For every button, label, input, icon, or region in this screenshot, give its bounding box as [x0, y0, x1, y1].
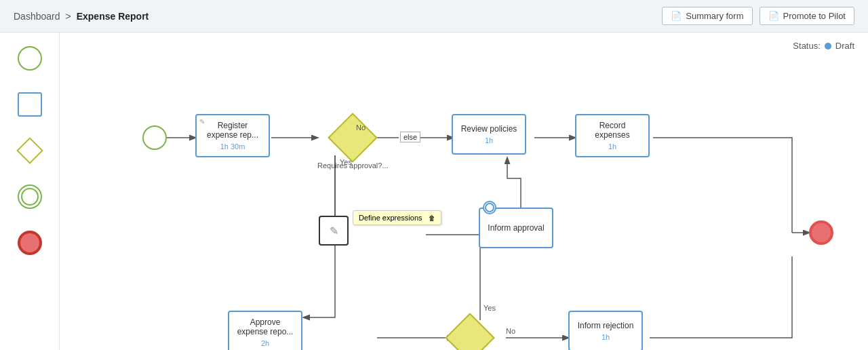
approve-expense-task[interactable]: Approve expense repo... 2h [228, 311, 302, 350]
define-expressions-tooltip: Define expressions 🗑 [353, 210, 441, 225]
inform-rejection-task[interactable]: Inform rejection 1h [568, 311, 643, 350]
main-area: Status: Draft [0, 33, 868, 350]
inform-approval-task[interactable]: Inform approval [479, 208, 553, 248]
register-expense-task[interactable]: ✎ Register expense rep... 1h 30m [195, 114, 270, 157]
yes-label-gateway2: Yes [484, 304, 496, 312]
tooltip-close-icon[interactable]: 🗑 [429, 214, 435, 222]
start-event[interactable] [142, 125, 167, 150]
yes-label-gateway1: Yes [340, 158, 352, 166]
breadcrumb: Dashboard > Expense Report [14, 11, 149, 22]
no-label-2: No [506, 327, 515, 335]
status-dot [825, 43, 831, 50]
palette-intermediate-event[interactable] [15, 182, 45, 212]
bpmn-canvas[interactable]: Status: Draft [60, 33, 868, 350]
summary-form-button[interactable]: 📄 Summary form [662, 7, 752, 25]
promote-to-pilot-button[interactable]: 📄 Promote to Pilot [760, 7, 855, 25]
no-label-1: No [356, 123, 366, 132]
requires-approval-gateway[interactable]: Requires approval?... [317, 120, 389, 170]
palette [0, 33, 60, 350]
palette-end-event[interactable] [15, 228, 45, 258]
end-event[interactable] [809, 220, 833, 245]
record-expenses-task[interactable]: Record expenses 1h [575, 114, 650, 157]
breadcrumb-current: Expense Report [77, 11, 149, 22]
breadcrumb-parent[interactable]: Dashboard [14, 11, 60, 22]
file-icon: 📄 [671, 11, 682, 21]
review-policies-task[interactable]: Review policies 1h [452, 114, 526, 155]
status-badge: Status: Draft [793, 41, 854, 51]
approved-gateway[interactable]: Approved? [452, 320, 488, 350]
else-label: else [400, 132, 420, 142]
breadcrumb-separator: > [66, 11, 71, 22]
header-actions: 📄 Summary form 📄 Promote to Pilot [662, 7, 854, 25]
promote-icon: 📄 [768, 11, 779, 21]
palette-task[interactable] [15, 90, 45, 119]
connectors [60, 33, 868, 350]
palette-start-event[interactable] [15, 43, 45, 73]
header: Dashboard > Expense Report 📄 Summary for… [0, 0, 868, 33]
script-task[interactable]: ✎ [319, 216, 349, 246]
status-value: Draft [835, 41, 854, 51]
palette-gateway[interactable] [15, 136, 45, 166]
